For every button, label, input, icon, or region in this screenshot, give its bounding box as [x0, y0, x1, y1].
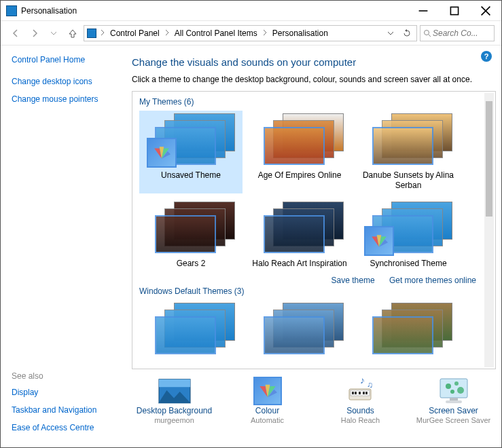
save-theme-link[interactable]: Save theme	[331, 276, 375, 285]
theme-default-2[interactable]	[248, 300, 351, 335]
chevron-right-icon	[99, 29, 106, 38]
theme-label: Age Of Empires Online	[258, 170, 342, 181]
refresh-button[interactable]	[400, 29, 414, 37]
action-label: Desktop Background	[137, 406, 212, 415]
help-icon[interactable]: ?	[481, 51, 492, 62]
theme-label: Halo Reach Art Inspiration	[252, 259, 346, 269]
breadcrumb-all-items[interactable]: All Control Panel Items	[173, 29, 259, 38]
app-icon	[6, 5, 17, 16]
scrollbar[interactable]	[484, 93, 494, 367]
action-value: MurGee Screen Saver	[416, 416, 490, 424]
svg-rect-15	[363, 392, 365, 394]
themes-list: My Themes (6) Unsaved Theme Age Of Empir…	[132, 91, 496, 369]
svg-text:♫: ♫	[367, 380, 373, 390]
search-box[interactable]	[420, 25, 495, 41]
action-label: Screen Saver	[429, 406, 478, 415]
theme-label: Gears 2	[177, 259, 206, 269]
my-themes-heading: My Themes (6)	[139, 97, 488, 107]
recent-dropdown[interactable]	[46, 25, 62, 41]
colour-icon	[251, 377, 284, 405]
change-desktop-icons-link[interactable]: Change desktop icons	[12, 77, 115, 86]
action-label: Sounds	[346, 406, 374, 415]
sounds-icon: ♪ ♫	[344, 377, 377, 405]
close-button[interactable]	[470, 1, 501, 21]
change-mouse-pointers-link[interactable]: Change mouse pointers	[12, 94, 115, 104]
search-input[interactable]	[431, 28, 486, 39]
svg-rect-14	[359, 392, 361, 394]
ease-of-access-link[interactable]: Ease of Access Centre	[12, 423, 115, 432]
back-button[interactable]	[7, 25, 24, 41]
theme-default-3[interactable]	[357, 300, 460, 335]
theme-aoe[interactable]: Age Of Empires Online	[248, 111, 351, 193]
theme-danube[interactable]: Danube Sunsets by Alina Serban	[357, 111, 460, 193]
breadcrumb-control-panel[interactable]: Control Panel	[109, 29, 161, 38]
navigation-bar: Control Panel All Control Panel Items Pe…	[1, 21, 501, 45]
taskbar-link[interactable]: Taskbar and Navigation	[12, 405, 115, 415]
action-value: Halo Reach	[341, 416, 380, 424]
sidebar: Control Panel Home Change desktop icons …	[1, 45, 120, 447]
svg-point-21	[450, 390, 454, 394]
up-button[interactable]	[65, 25, 81, 41]
theme-label: Unsaved Theme	[161, 170, 221, 181]
action-value: murgeemon	[154, 416, 194, 424]
theme-sync[interactable]: Synchronised Theme	[357, 199, 460, 272]
theme-label: Danube Sunsets by Alina Serban	[359, 170, 457, 191]
minimize-button[interactable]	[408, 1, 439, 21]
desktop-background-action[interactable]: Desktop Background murgeemon	[132, 377, 217, 424]
svg-point-18	[446, 384, 451, 389]
see-also-heading: See also	[12, 371, 115, 381]
chevron-right-icon	[262, 29, 268, 38]
svg-text:♪: ♪	[360, 377, 365, 386]
svg-line-5	[429, 35, 431, 37]
svg-point-4	[425, 30, 429, 35]
svg-rect-12	[352, 392, 354, 394]
display-link[interactable]: Display	[12, 388, 115, 397]
svg-rect-23	[446, 400, 462, 403]
main-panel: ? Change the visuals and sounds on your …	[120, 45, 501, 447]
svg-rect-1	[450, 7, 458, 14]
svg-rect-13	[355, 392, 357, 394]
sounds-action[interactable]: ♪ ♫ Sounds Halo Reach	[318, 377, 403, 424]
svg-point-20	[457, 387, 464, 394]
color-swatch-icon	[147, 138, 177, 168]
chevron-right-icon	[164, 29, 171, 38]
window-title: Personalisation	[21, 6, 77, 16]
title-bar: Personalisation	[1, 1, 501, 21]
svg-rect-22	[450, 398, 458, 400]
search-icon	[423, 29, 431, 37]
theme-label: Synchronised Theme	[370, 259, 446, 269]
svg-rect-7	[158, 379, 190, 388]
scrollbar-thumb[interactable]	[486, 101, 492, 217]
breadcrumb-personalisation[interactable]: Personalisation	[271, 29, 329, 38]
action-label: Colour	[255, 406, 279, 415]
address-dropdown[interactable]	[384, 30, 397, 37]
theme-gears[interactable]: Gears 2	[139, 199, 243, 272]
color-swatch-icon	[364, 226, 394, 256]
desktop-background-icon	[158, 377, 191, 405]
address-bar[interactable]: Control Panel All Control Panel Items Pe…	[84, 25, 417, 41]
default-themes-heading: Windows Default Themes (3)	[139, 286, 488, 296]
theme-unsaved[interactable]: Unsaved Theme	[139, 111, 243, 193]
theme-default-1[interactable]	[139, 300, 243, 335]
maximize-button[interactable]	[439, 1, 470, 21]
theme-halo[interactable]: Halo Reach Art Inspiration	[248, 199, 351, 272]
settings-row: Desktop Background murgeemon Colour Auto…	[132, 377, 496, 424]
svg-point-19	[454, 381, 459, 386]
control-panel-home-link[interactable]: Control Panel Home	[12, 55, 115, 64]
screen-saver-icon	[437, 377, 470, 405]
screen-saver-action[interactable]: Screen Saver MurGee Screen Saver	[411, 377, 496, 424]
page-subtitle: Click a theme to change the desktop back…	[132, 75, 496, 84]
address-icon	[87, 29, 96, 38]
action-value: Automatic	[251, 416, 284, 424]
page-heading: Change the visuals and sounds on your co…	[132, 56, 496, 68]
forward-button[interactable]	[26, 25, 43, 41]
colour-action[interactable]: Colour Automatic	[225, 377, 310, 424]
get-more-themes-link[interactable]: Get more themes online	[389, 276, 476, 285]
svg-rect-16	[365, 392, 367, 394]
